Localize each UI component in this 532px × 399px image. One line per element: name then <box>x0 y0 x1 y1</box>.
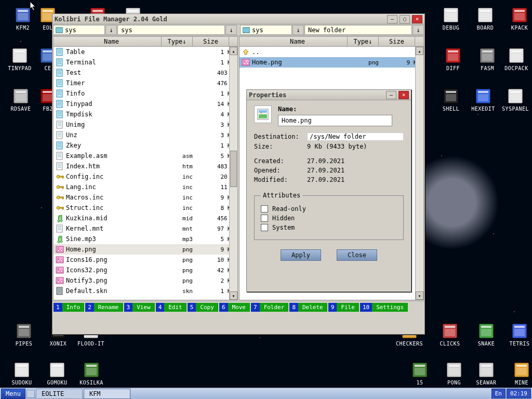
fn-copy-button[interactable]: 5Copy <box>188 302 218 312</box>
desktop-icon-snake[interactable]: SNAKE <box>471 322 502 347</box>
file-row[interactable]: Notify3.pngpng2 Kb <box>54 275 237 286</box>
clock[interactable]: 02:19 <box>507 389 531 398</box>
fn-file-button[interactable]: 9File <box>328 302 359 312</box>
right-drive-selector[interactable]: sys <box>240 25 292 35</box>
file-row[interactable]: Home.pngpng9 Kb <box>240 57 423 68</box>
minimize-button[interactable] <box>386 91 396 99</box>
desktop-icon-syspanel[interactable]: SYSPANEL <box>500 87 531 112</box>
file-row[interactable]: Icons32.pngpng42 Kb <box>54 265 237 275</box>
file-row[interactable]: Tinypad14 Kb <box>54 99 237 109</box>
desktop-icon-pong[interactable]: PONG <box>438 361 470 385</box>
file-row[interactable]: Test403 B <box>54 68 237 78</box>
taskbar-app-eolite[interactable]: EOLITE <box>36 389 83 399</box>
name-input[interactable] <box>278 115 392 126</box>
lang-indicator[interactable]: En <box>491 389 506 398</box>
desktop-icon-shell[interactable]: SHELL <box>435 87 467 112</box>
file-row[interactable]: Sine.mp3mp35 Kb <box>54 234 237 244</box>
col-name-header[interactable]: Name <box>248 37 348 46</box>
fn-folder-button[interactable]: 7Folder <box>251 302 288 312</box>
left-drive-selector[interactable]: sys <box>53 25 105 35</box>
desktop-icon-tetris[interactable]: TETRIS <box>504 322 532 347</box>
titlebar[interactable]: Kolibri File Manager 2.04 Gold × <box>52 14 424 24</box>
file-row[interactable]: Lang.incinc11 B <box>54 182 237 192</box>
maximize-button[interactable] <box>400 15 410 23</box>
close-button[interactable]: × <box>412 15 422 23</box>
file-row[interactable]: Unz3 Kb <box>54 130 237 140</box>
minimize-button[interactable] <box>387 15 397 23</box>
desktop-icon-tinypad[interactable]: TINYPAD <box>4 47 35 71</box>
properties-titlebar[interactable]: Properties × <box>247 90 411 100</box>
scroll-down-button[interactable]: ▾ <box>416 291 423 300</box>
file-row[interactable]: Struct.incinc8 Kb <box>54 203 237 213</box>
right-scrollbar[interactable]: ▴ ▾ <box>415 47 423 300</box>
desktop-icon-gomoku[interactable]: GOMOKU <box>42 361 73 385</box>
file-row[interactable]: Table1 Kb <box>54 47 237 57</box>
fn-delete-button[interactable]: 8Delete <box>289 302 327 312</box>
file-row[interactable]: Tinfo1 Kb <box>54 88 237 99</box>
file-row[interactable]: Home.pngpng9 Kb <box>54 244 237 255</box>
fn-view-button[interactable]: 3View <box>124 302 155 312</box>
file-row[interactable]: Kuzkina.midmid456 B <box>54 213 237 223</box>
right-path-field[interactable]: New folder <box>304 25 412 35</box>
file-row[interactable]: Macros.incinc9 Kb <box>54 192 237 203</box>
scroll-down-button[interactable]: ▾ <box>230 291 237 300</box>
system-checkbox[interactable]: System <box>261 224 397 231</box>
scroll-up-button[interactable]: ▴ <box>230 47 237 55</box>
left-path-field[interactable]: sys <box>117 25 225 35</box>
desktop-icon-hexedit[interactable]: HEXEDIT <box>468 87 499 112</box>
desktop-icon-sudoku[interactable]: SUDOKU <box>6 361 37 385</box>
start-menu-button[interactable]: Menu <box>1 389 25 399</box>
close-button[interactable]: × <box>398 91 409 99</box>
file-row[interactable]: Kernel.mntmnt97 Kb <box>54 223 237 234</box>
close-props-button[interactable]: Close <box>337 249 377 261</box>
file-row[interactable]: Tmpdisk4 Kb <box>54 109 237 119</box>
desktop-icon-debug[interactable]: DEBUG <box>435 6 467 31</box>
desktop-icon-board[interactable]: BOARD <box>470 6 501 31</box>
desktop-icon-fasm[interactable]: FASM <box>472 47 503 71</box>
desktop-icon-15[interactable]: 15 <box>404 361 435 385</box>
desktop-icon-mine[interactable]: MINE <box>506 361 532 385</box>
parent-dir-row[interactable]: .. <box>240 47 423 57</box>
file-row[interactable]: Example.asmasm5 Kb <box>54 151 237 161</box>
left-path-dropdown[interactable]: ↓ <box>225 25 237 35</box>
col-type-header[interactable]: Type↓ <box>162 37 193 46</box>
right-drive-dropdown[interactable]: ↓ <box>292 25 304 35</box>
file-row[interactable]: Icons16.pngpng10 Kb <box>54 255 237 265</box>
desktop-icon-pipes[interactable]: PIPES <box>8 322 39 347</box>
col-type-header[interactable]: Type↓ <box>348 37 379 46</box>
file-row[interactable]: Default.sknskn1 Kb <box>54 286 237 296</box>
file-row[interactable]: Unimg3 Kb <box>54 119 237 130</box>
fn-rename-button[interactable]: 2Rename <box>85 302 123 312</box>
file-row[interactable]: Timer476 B <box>54 78 237 88</box>
col-size-header[interactable]: Size <box>193 37 229 46</box>
taskbar-app-kfm[interactable]: KFM <box>84 389 130 399</box>
hidden-checkbox[interactable]: Hidden <box>261 215 397 222</box>
desktop-icon-diff[interactable]: DIFF <box>437 47 469 71</box>
desktop-icon-seawar[interactable]: SEAWAR <box>471 361 502 385</box>
left-drive-dropdown[interactable]: ↓ <box>105 25 117 35</box>
file-row[interactable]: Zkey1 Kb <box>54 140 237 151</box>
app-icon <box>513 361 530 379</box>
fn-settings-button[interactable]: 10Settings <box>360 302 408 312</box>
fn-info-button[interactable]: 1Info <box>54 302 84 312</box>
file-row[interactable]: Index.htmhtm483 B <box>54 161 237 171</box>
readonly-checkbox[interactable]: Read-only <box>261 205 397 212</box>
left-file-list[interactable]: Table1 KbTerminal1 KbTest403 BTimer476 B… <box>54 47 237 300</box>
file-row[interactable]: Config.incinc20 B <box>54 171 237 182</box>
taskbar-sys-icon[interactable] <box>26 390 35 398</box>
desktop-icon-docpack[interactable]: DOCPACK <box>501 47 532 71</box>
left-scrollbar[interactable]: ▴ ▾ <box>229 47 237 300</box>
desktop-icon-clicks[interactable]: CLICKS <box>434 322 466 347</box>
scroll-up-button[interactable]: ▴ <box>416 47 423 55</box>
file-row[interactable]: Terminal1 Kb <box>54 57 237 68</box>
right-path-dropdown[interactable]: ↓ <box>413 25 424 35</box>
desktop-icon-kpack[interactable]: KPACK <box>504 6 532 31</box>
desktop-icon-kosilka[interactable]: KOSILKA <box>76 361 107 385</box>
desktop-icon-rdsave[interactable]: RDSAVE <box>5 87 36 112</box>
col-size-header[interactable]: Size <box>379 37 415 46</box>
fn-edit-button[interactable]: 4Edit <box>156 302 187 312</box>
apply-button[interactable]: Apply <box>281 249 321 261</box>
fn-move-button[interactable]: 6Move <box>219 302 250 312</box>
col-name-header[interactable]: Name <box>62 37 162 46</box>
scroll-thumb[interactable] <box>230 151 237 187</box>
